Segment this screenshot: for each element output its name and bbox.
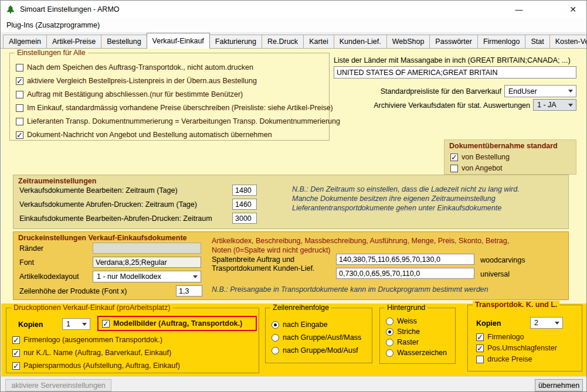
checkbox-drucke-preise[interactable]: drucke Preise — [476, 354, 532, 364]
checkbox-transportdok-nicht-drucken[interactable]: Nach dem Speichen des Auftrasg-Transport… — [16, 63, 253, 72]
group-zeilenreihenfolge: Zeilenreihenfolge nach Eingabe nach Grup… — [265, 308, 372, 363]
tab-artikel-preise[interactable]: Artikel-Preise — [46, 35, 101, 48]
checkbox-icon[interactable] — [450, 154, 458, 161]
checkbox-dokument-nachricht[interactable]: Dokument-Nachricht von Angebot und Beste… — [16, 130, 272, 139]
server-settings-button[interactable]: aktiviere Servereinstellungen — [5, 379, 111, 391]
spaltenbreite-transport-input[interactable] — [336, 268, 474, 279]
radio-icon[interactable] — [386, 339, 393, 346]
zeilenhoehe-input[interactable] — [176, 285, 202, 296]
tab-kunden-lief[interactable]: Kunden-Lief. — [334, 35, 387, 48]
close-button[interactable]: ✕ — [559, 1, 586, 18]
kopien-label: Kopien — [18, 321, 43, 329]
checkbox-nur-kl-name[interactable]: nur K./L. Name (Auftrag, Barverkauf, Ein… — [12, 348, 171, 357]
checkbox-icon[interactable] — [16, 104, 23, 112]
font-input[interactable] — [93, 257, 201, 268]
checkbox-icon[interactable] — [12, 336, 20, 344]
countries-input[interactable] — [334, 66, 576, 79]
checkbox-icon[interactable] — [16, 118, 23, 125]
zeitraum-einkauf-input[interactable] — [232, 213, 257, 224]
radio-weiss[interactable]: Weiss — [386, 316, 417, 326]
panel-zeitraumeinstellungen: Zeitraumeinstellungen Verkaufsdokumente … — [13, 175, 569, 229]
tab-webshop[interactable]: WebShop — [386, 35, 430, 48]
radio-icon[interactable] — [386, 328, 393, 336]
checkbox-preise-ueberschreiben[interactable]: Im Einkauf, standardmässig vorhandene Pr… — [16, 103, 333, 113]
checkbox-icon[interactable] — [450, 165, 458, 172]
checkbox-auftrag-bestaetigung[interactable]: Auftrag mit Bestätigung abschliessen.(nu… — [16, 90, 243, 99]
panel-title: Zeitraumeinstellungen — [18, 177, 96, 185]
checkbox-firmenlogo[interactable]: Firmenlogo — [476, 332, 524, 342]
tab-stat[interactable]: Stat — [525, 35, 549, 48]
zeitraum-abrufen-input[interactable] — [232, 199, 257, 210]
radio-nach-gruppe-mod-ausf[interactable]: nach Gruppe/Mod/Ausf — [272, 346, 358, 355]
checkbox-icon[interactable] — [102, 320, 110, 328]
radio-icon[interactable] — [272, 321, 279, 329]
checkbox-icon[interactable] — [16, 91, 23, 98]
radio-wasserzeichen[interactable]: Wasserzeichen — [386, 348, 447, 357]
radio-icon[interactable] — [386, 318, 393, 325]
tab-verkauf-einkauf[interactable]: Verkauf-Einkauf — [147, 33, 210, 49]
checkbox-lieferanten-nummerierung[interactable]: Lieferanten Transp. Dokumentnummerierung… — [16, 117, 340, 126]
combo-value: 1 — [66, 320, 70, 328]
minimize-button[interactable]: — — [505, 1, 532, 18]
radio-label: nach Gruppe/Mod/Ausf — [283, 346, 358, 354]
radio-icon[interactable] — [272, 347, 279, 354]
checkbox-von-bestellung[interactable]: von Bestellung — [450, 152, 510, 162]
raender-input[interactable] — [93, 243, 201, 254]
radio-striche[interactable]: Striche — [386, 327, 420, 336]
checkbox-papiersparmodus[interactable]: Papiersparmodus (Aufstellung, Auftrag, E… — [12, 361, 180, 370]
radio-icon[interactable] — [386, 349, 393, 357]
checkbox-icon[interactable] — [476, 356, 484, 363]
transportdok-kopien-combo[interactable]: 2 — [530, 317, 563, 329]
checkbox-von-angebot[interactable]: von Angebot — [450, 163, 503, 173]
footer-bar: aktiviere Servereinstellungen übernehmen — [1, 376, 586, 392]
artikelkodexlayout-combo[interactable]: 1 - nur Modellkodex — [93, 271, 201, 282]
checkbox-label: drucke Preise — [487, 355, 532, 363]
checkbox-icon[interactable] — [16, 131, 23, 139]
checkbox-firmenlogo-ausgenommen[interactable]: Firmenlogo (ausgenommen Transportdok.) — [12, 335, 162, 345]
tab-passwoerter[interactable]: Passwörter — [429, 35, 478, 48]
font-label: Font — [19, 258, 34, 267]
tab-re-druck[interactable]: Re.Druck — [262, 35, 304, 48]
kopien-combo[interactable]: 1 — [62, 318, 90, 330]
checkbox-label: von Angebot — [462, 164, 503, 172]
modellbilder-highlight-box: Modellbilder (Auftrag, Transportdok.) — [97, 316, 257, 331]
tab-allgemein[interactable]: Allgemein — [3, 35, 47, 48]
tab-firmenlogo[interactable]: Firmenlogo — [477, 35, 526, 48]
tab-kosten-verarb[interactable]: Kosten-Verarb — [549, 35, 587, 48]
radio-icon[interactable] — [272, 334, 279, 342]
checkbox-pos-umschlagfenster[interactable]: Pos.Umschlagfenster — [476, 343, 557, 353]
tab-bestellung[interactable]: Bestellung — [101, 35, 147, 48]
checkbox-label: nur K./L. Name (Auftrag, Barverkauf, Ein… — [23, 349, 171, 357]
tab-fakturierung[interactable]: Fakturierung — [209, 35, 262, 48]
pricelist-label: Standardpreisliste für den Barverkauf — [332, 87, 501, 96]
apply-button[interactable]: übernehmen — [535, 379, 583, 391]
app-tree-icon — [6, 5, 15, 14]
checkbox-vergleich-bestellpreis[interactable]: aktiviere Vergleich Bestellpreis-Listenp… — [16, 76, 257, 86]
radio-label: Raster — [397, 338, 419, 346]
spaltenbreite-auftrag-input[interactable] — [336, 254, 474, 265]
checkbox-icon[interactable] — [12, 349, 20, 357]
zeitraum-bearbeiten-input[interactable] — [232, 185, 257, 196]
radio-nach-gruppe-ausf-mass[interactable]: nach Gruppe/Ausf/Mass — [272, 333, 361, 342]
radio-label: Striche — [397, 328, 420, 336]
checkbox-icon[interactable] — [12, 362, 20, 370]
druck-note: N.B.: Preisangabe in Transportdokumente … — [212, 285, 564, 294]
checkbox-label: Auftrag mit Bestätigung abschliessen.(nu… — [27, 90, 243, 98]
zeitraum-abrufen-label: Verkaufsdokumente Abrufen-Drucken: Zeitr… — [19, 200, 197, 209]
checkbox-icon[interactable] — [476, 333, 484, 341]
pricelist-combo[interactable]: EndUser — [504, 85, 576, 97]
archive-combo[interactable]: 1 - JA — [533, 99, 576, 111]
radio-nach-eingabe[interactable]: nach Eingabe — [272, 320, 327, 329]
tab-bar: Allgemein Artikel-Preise Bestellung Verk… — [1, 33, 586, 49]
combo-value: 2 — [534, 319, 538, 327]
checkbox-icon[interactable] — [16, 64, 23, 71]
checkbox-icon[interactable] — [16, 77, 23, 85]
menu-plugins[interactable]: Plug-Ins (Zusatzprogramme) — [3, 21, 103, 29]
radio-raster[interactable]: Raster — [386, 338, 419, 347]
checkbox-label: Dokument-Nachricht von Angebot und Beste… — [27, 131, 272, 139]
combo-value: 1 - nur Modellkodex — [97, 272, 161, 281]
chevron-down-icon — [80, 319, 89, 329]
tab-kartei[interactable]: Kartei — [303, 35, 334, 48]
checkbox-icon[interactable] — [476, 345, 484, 352]
chevron-down-icon — [191, 272, 199, 282]
